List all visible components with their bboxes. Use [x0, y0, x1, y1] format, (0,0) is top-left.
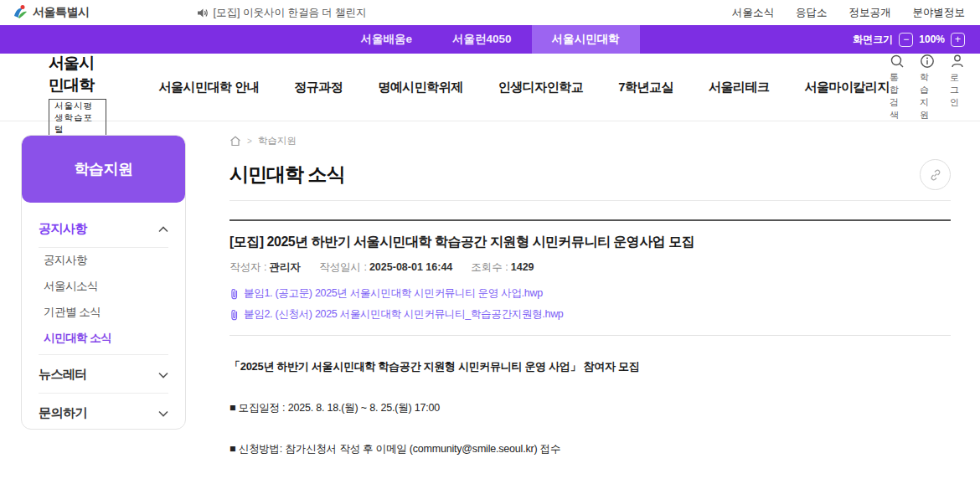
- breadcrumb: > 학습지원: [230, 135, 951, 147]
- sidebar-menu: 공지사항 공지사항 서울시소식 기관별 소식 시민대학 소식 뉴스레터: [22, 203, 185, 430]
- global-nav-bar: 서울배움e 서울런4050 서울시민대학 화면크기 − 100% +: [0, 25, 980, 54]
- search-icon: [890, 54, 905, 69]
- seoul-city-logo[interactable]: 서울특별시: [12, 4, 90, 21]
- learning-support-button[interactable]: 학습지원: [920, 54, 935, 121]
- zoom-label: 화면크기: [853, 33, 893, 47]
- sidebar-section-label: 문의하기: [39, 405, 87, 421]
- article-meta: 작성자 :관리자 작성일시 :2025-08-01 16:44 조회수 :142…: [230, 260, 951, 275]
- site-header: 서울시민대학 서울시평생학습포털 서울시민대학 안내 정규과정 명예시민학위제 …: [0, 54, 980, 121]
- nav-item-regular-course[interactable]: 정규과정: [294, 80, 343, 95]
- top-link-seoul-news[interactable]: 서울소식: [732, 6, 774, 20]
- nav-item-7th-grade-class[interactable]: 7학년교실: [618, 80, 673, 95]
- login-label: 로그인: [950, 71, 965, 109]
- article-body-line-schedule: ■ 모집일정 : 2025. 8. 18.(월) ~ 8. 25.(월) 17:…: [230, 401, 951, 415]
- copy-link-button[interactable]: [920, 159, 951, 190]
- article-body-headline: 「2025년 하반기 서울시민대학 학습공간 지원형 시민커뮤니티 운영 사업」…: [230, 359, 951, 374]
- zoom-value: 100%: [919, 33, 945, 45]
- article-title: [모집] 2025년 하반기 서울시민대학 학습공간 지원형 시민커뮤니티 운영…: [230, 234, 951, 251]
- main-nav: 서울시민대학 안내 정규과정 명예시민학위제 인생디자인학교 7학년교실 서울리…: [158, 80, 890, 95]
- gnb-tab-seoul-citizen-univ[interactable]: 서울시민대학: [532, 25, 640, 54]
- user-icon: [950, 54, 965, 69]
- article-divider: [230, 335, 951, 336]
- top-link-sector-info[interactable]: 분야별정보: [913, 6, 966, 20]
- main-panel: > 학습지원 시민대학 소식 [모집] 2025년 하반기 서울시민대학 학습공…: [186, 135, 951, 479]
- zoom-out-button[interactable]: −: [899, 33, 913, 47]
- notice-text: [모집] 이웃사이 한걸음 더 챌린지: [214, 6, 367, 20]
- sidebar-item-institution-news[interactable]: 기관별 소식: [44, 305, 168, 320]
- article-body: 「2025년 하반기 서울시민대학 학습공간 지원형 시민커뮤니티 운영 사업」…: [230, 359, 951, 479]
- nav-item-seoul-my-college[interactable]: 서울마이칼리지: [805, 80, 890, 95]
- sidebar-item-seoul-city-news[interactable]: 서울시소식: [44, 279, 168, 294]
- chevron-up-icon: [158, 226, 168, 233]
- article-views: 조회수 :1429: [471, 260, 534, 275]
- attachment-name: 붙임2. (신청서) 2025 서울시민대학 시민커뮤니티_학습공간지원형.hw…: [244, 307, 564, 322]
- article-date: 작성일시 :2025-08-01 16:44: [319, 260, 452, 275]
- sidebar-subsection: 공지사항 서울시소식 기관별 소식 시민대학 소식: [39, 248, 168, 354]
- header-utilities: 통합검색 학습지원 로그인: [890, 54, 965, 121]
- sidebar-item-notices[interactable]: 공지사항: [44, 253, 168, 268]
- sidebar-section-notices[interactable]: 공지사항: [39, 209, 168, 247]
- article-body-line-apply: ■ 신청방법: 참가신청서 작성 후 이메일 (community@smile.…: [230, 442, 951, 456]
- home-icon[interactable]: [230, 136, 241, 147]
- gnb-tab-seoulbaeume[interactable]: 서울배움e: [340, 25, 432, 54]
- gnb-tabs: 서울배움e 서울런4050 서울시민대학: [340, 25, 639, 54]
- speaker-icon: [197, 8, 209, 18]
- top-links: 서울소식 응답소 정보공개 분야별정보: [732, 6, 965, 20]
- sidebar-section-label: 공지사항: [39, 221, 87, 237]
- gnb-tab-seoullearn4050[interactable]: 서울런4050: [432, 25, 532, 54]
- top-utility-bar: 서울특별시 [모집] 이웃사이 한걸음 더 챌린지 서울소식 응답소 정보공개 …: [0, 0, 980, 25]
- search-label: 통합검색: [890, 71, 905, 121]
- seoul-city-logo-text: 서울특별시: [33, 5, 90, 20]
- screen-zoom-control: 화면크기 − 100% +: [853, 25, 965, 54]
- sidebar-item-citizen-univ-news[interactable]: 시민대학 소식: [44, 331, 168, 346]
- paperclip-icon: [230, 288, 240, 300]
- paperclip-icon: [230, 309, 240, 321]
- page-title-row: 시민대학 소식: [230, 159, 951, 190]
- site-logo-subtitle: 서울시평생학습포털: [49, 99, 106, 137]
- article-author: 작성자 :관리자: [230, 260, 301, 275]
- attachment-list: 붙임1. (공고문) 2025년 서울시민대학 시민커뮤니티 운영 사업.hwp…: [230, 286, 951, 322]
- chevron-down-icon: [158, 372, 168, 379]
- sidebar-section-newsletter[interactable]: 뉴스레터: [39, 355, 168, 393]
- attachment-link-2[interactable]: 붙임2. (신청서) 2025 서울시민대학 시민커뮤니티_학습공간지원형.hw…: [230, 307, 951, 322]
- content-area: 학습지원 공지사항 공지사항 서울시소식 기관별 소식 시민대학 소식 뉴스레터: [0, 121, 980, 479]
- board-article: [모집] 2025년 하반기 서울시민대학 학습공간 지원형 시민커뮤니티 운영…: [230, 219, 951, 479]
- seoul-city-logo-icon: [12, 4, 28, 21]
- login-button[interactable]: 로그인: [950, 54, 965, 121]
- info-icon: [920, 54, 935, 69]
- chevron-down-icon: [158, 410, 168, 417]
- breadcrumb-separator: >: [247, 136, 252, 146]
- nav-item-about[interactable]: 서울시민대학 안내: [158, 80, 259, 95]
- top-link-eungdapso[interactable]: 응답소: [796, 6, 828, 20]
- attachment-link-1[interactable]: 붙임1. (공고문) 2025년 서울시민대학 시민커뮤니티 운영 사업.hwp: [230, 286, 951, 301]
- nav-item-honorary-degree[interactable]: 명예시민학위제: [378, 80, 463, 95]
- breadcrumb-current: 학습지원: [258, 135, 297, 147]
- nav-item-seoul-retech[interactable]: 서울리테크: [709, 80, 770, 95]
- nav-item-life-design-school[interactable]: 인생디자인학교: [498, 80, 584, 95]
- page-title: 시민대학 소식: [230, 162, 344, 188]
- top-link-info-disclosure[interactable]: 정보공개: [849, 6, 891, 20]
- sidebar-section-inquiry[interactable]: 문의하기: [39, 394, 168, 430]
- title-divider: [230, 200, 951, 201]
- link-icon: [929, 168, 942, 182]
- sidebar-title: 학습지원: [22, 136, 185, 203]
- search-button[interactable]: 통합검색: [890, 54, 905, 121]
- sidebar-section-label: 뉴스레터: [39, 367, 87, 383]
- attachment-name: 붙임1. (공고문) 2025년 서울시민대학 시민커뮤니티 운영 사업.hwp: [244, 286, 543, 301]
- learning-support-label: 학습지원: [920, 71, 935, 121]
- sidebar: 학습지원 공지사항 공지사항 서울시소식 기관별 소식 시민대학 소식 뉴스레터: [21, 135, 186, 430]
- notice-ticker[interactable]: [모집] 이웃사이 한걸음 더 챌린지: [197, 6, 367, 20]
- site-logo-title: 서울시민대학: [49, 53, 106, 96]
- zoom-in-button[interactable]: +: [951, 33, 965, 47]
